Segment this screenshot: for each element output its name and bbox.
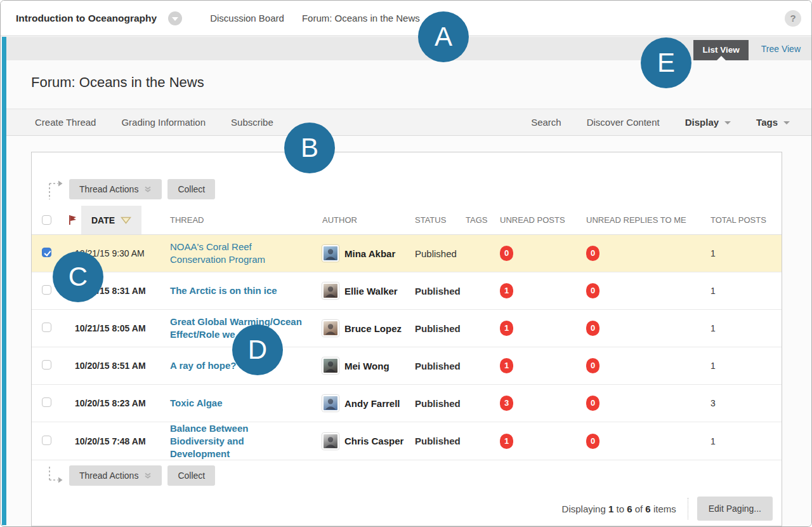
collect-label: Collect	[178, 470, 205, 481]
search-button[interactable]: Search	[531, 117, 561, 128]
unread-posts-badge[interactable]: 3	[500, 396, 513, 411]
breadcrumb-discussion-board[interactable]: Discussion Board	[210, 13, 284, 23]
thread-date: 10/20/15 7:48 AM	[62, 436, 157, 446]
total-posts-count: 1	[698, 436, 782, 446]
tree-view-link[interactable]: Tree View	[761, 44, 801, 54]
unread-posts-badge[interactable]: 0	[500, 246, 513, 261]
person-icon	[324, 434, 337, 448]
accent-bar	[2, 37, 6, 525]
column-header-thread[interactable]: THREAD	[157, 206, 310, 234]
column-header-unread-replies[interactable]: UNREAD REPLIES TO ME	[573, 206, 698, 234]
person-icon	[324, 321, 337, 335]
author-name: Ellie Walker	[344, 286, 398, 297]
row-checkbox[interactable]	[42, 248, 51, 257]
callout-letter: D	[248, 335, 267, 365]
thread-status: Published	[402, 398, 457, 409]
view-toggle: List View Tree View	[693, 37, 801, 60]
table-row: 10/21/15 9:30 AM NOAA's Coral Reef Conse…	[32, 235, 782, 272]
table-row: 10/21/15 8:05 AM Great Global Warming/Oc…	[32, 310, 782, 347]
question-mark-icon: ?	[790, 13, 796, 23]
chevron-down-icon	[724, 121, 731, 124]
edit-paging-button[interactable]: Edit Paging...	[697, 497, 773, 521]
thread-title-link[interactable]: Toxic Algae	[170, 397, 228, 410]
thread-title-link[interactable]: NOAA's Coral Reef Conservation Program	[170, 241, 310, 266]
sort-descending-icon	[121, 217, 131, 224]
unread-replies-badge[interactable]: 0	[586, 321, 599, 336]
select-all-checkbox[interactable]	[42, 215, 51, 225]
total-posts-count: 1	[698, 361, 782, 371]
row-checkbox[interactable]	[42, 323, 51, 332]
unread-replies-badge[interactable]: 0	[586, 396, 599, 411]
collect-button-bottom[interactable]: Collect	[167, 465, 215, 486]
action-bar: Create Thread Grading Information Subscr…	[6, 109, 811, 136]
unread-replies-badge[interactable]: 0	[586, 434, 599, 449]
thread-actions-label: Thread Actions	[79, 470, 138, 481]
column-header-date[interactable]: DATE	[81, 206, 141, 234]
select-all-arrow-icon	[47, 465, 63, 486]
thread-date: 10/21/15 8:05 AM	[62, 323, 157, 333]
author-name: Bruce Lopez	[344, 323, 402, 334]
paging-separator	[688, 498, 688, 519]
grading-information-button[interactable]: Grading Information	[121, 117, 206, 128]
collect-button-top[interactable]: Collect	[167, 179, 215, 199]
double-chevron-down-icon	[144, 186, 152, 193]
course-menu-button[interactable]	[168, 11, 182, 25]
author-name: Andy Farrell	[344, 398, 400, 409]
unread-replies-badge[interactable]: 0	[586, 283, 599, 298]
table-row: 10/20/15 8:51 AM A ray of hope? Mei Wong	[32, 347, 782, 385]
column-header-author[interactable]: AUTHOR	[310, 206, 402, 234]
breadcrumb: Introduction to Oceanography Discussion …	[1, 1, 811, 36]
list-view-button[interactable]: List View	[693, 40, 748, 60]
author-avatar	[322, 357, 339, 374]
thread-title-link[interactable]: Balance Between Biodiversity and Develop…	[170, 422, 310, 460]
thread-status: Published	[402, 436, 457, 446]
author-avatar	[322, 433, 339, 450]
discover-content-button[interactable]: Discover Content	[587, 117, 660, 128]
tags-menu-button[interactable]: Tags	[756, 117, 790, 128]
unread-posts-badge[interactable]: 1	[500, 283, 513, 298]
column-header-total-posts[interactable]: TOTAL POSTS	[698, 206, 782, 234]
row-checkbox[interactable]	[42, 360, 51, 370]
callout-badge: C	[53, 251, 103, 302]
subscribe-button[interactable]: Subscribe	[231, 117, 273, 128]
author-avatar	[322, 395, 339, 411]
person-icon	[324, 284, 337, 298]
flag-icon	[69, 215, 77, 225]
create-thread-button[interactable]: Create Thread	[35, 117, 96, 128]
table-header: DATE THREAD AUTHOR STATUS TAGS UNREAD PO…	[32, 206, 782, 235]
unread-posts-badge[interactable]: 1	[500, 434, 513, 449]
thread-title-link[interactable]: The Arctic is on thin ice	[170, 284, 282, 297]
unread-replies-badge[interactable]: 0	[586, 358, 599, 373]
row-checkbox[interactable]	[42, 436, 51, 445]
unread-posts-badge[interactable]: 1	[500, 358, 513, 373]
row-checkbox[interactable]	[42, 397, 51, 407]
callout-badge: A	[418, 11, 469, 62]
column-header-status[interactable]: STATUS	[402, 206, 457, 234]
thread-actions-button-top[interactable]: Thread Actions	[69, 179, 162, 199]
chevron-down-icon	[783, 121, 790, 124]
date-header-label: DATE	[91, 215, 115, 225]
author-name: Chris Casper	[344, 436, 403, 446]
unread-replies-badge[interactable]: 0	[586, 246, 599, 261]
paging-bar: Displaying 1 to 6 of 6 items Edit Paging…	[32, 497, 773, 521]
column-header-unread-posts[interactable]: UNREAD POSTS	[487, 206, 573, 234]
column-header-tags[interactable]: TAGS	[457, 206, 487, 234]
chevron-down-icon	[172, 17, 178, 21]
callout-badge: E	[641, 37, 691, 88]
total-posts-count: 1	[698, 248, 782, 258]
breadcrumb-current-forum: Forum: Oceans in the News	[302, 13, 420, 23]
total-posts-count: 1	[698, 323, 782, 333]
double-chevron-down-icon	[144, 472, 152, 479]
display-menu-button[interactable]: Display	[685, 117, 731, 128]
course-title: Introduction to Oceanography	[16, 13, 157, 24]
row-checkbox[interactable]	[42, 285, 51, 295]
thread-list-panel: Thread Actions Collect	[31, 152, 782, 526]
thread-actions-button-bottom[interactable]: Thread Actions	[69, 465, 162, 486]
help-button[interactable]: ?	[785, 10, 801, 27]
main-content: Thread Actions Collect	[6, 137, 811, 526]
display-menu-label: Display	[685, 117, 719, 128]
collect-label: Collect	[178, 184, 205, 194]
app-window: Introduction to Oceanography Discussion …	[0, 0, 812, 527]
unread-posts-badge[interactable]: 1	[500, 321, 513, 336]
thread-title-link[interactable]: A ray of hope?	[170, 359, 241, 372]
